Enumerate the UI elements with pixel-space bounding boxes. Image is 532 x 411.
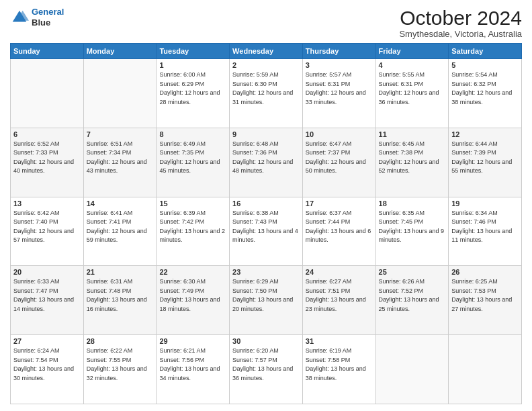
day-number: 27 [13,337,81,345]
calendar-cell: 25Sunrise: 6:26 AMSunset: 7:52 PMDayligh… [375,266,449,335]
calendar-header-thursday: Thursday [302,44,375,59]
day-number: 24 [306,268,373,276]
day-number: 15 [159,199,226,208]
day-info-line: Sunrise: 6:22 AM [87,347,154,356]
day-info-line: Sunset: 7:51 PM [306,287,373,296]
day-info-line: Sunset: 7:57 PM [232,356,300,365]
day-number: 18 [379,199,446,208]
calendar-cell: 12Sunrise: 6:44 AMSunset: 7:39 PMDayligh… [449,128,522,197]
calendar-cell: 26Sunrise: 6:25 AMSunset: 7:53 PMDayligh… [449,266,522,335]
calendar-header-sunday: Sunday [11,44,84,59]
day-info: Sunrise: 6:37 AMSunset: 7:44 PMDaylight:… [306,209,373,245]
day-info-line: Sunset: 7:33 PM [13,148,81,158]
day-info: Sunrise: 6:44 AMSunset: 7:39 PMDaylight:… [451,140,519,176]
calendar-cell: 2Sunrise: 5:59 AMSunset: 6:30 PMDaylight… [230,59,303,128]
day-number: 14 [87,199,154,208]
day-info-line: Daylight: 12 hours and 52 minutes. [379,158,446,176]
day-info: Sunrise: 6:42 AMSunset: 7:40 PMDaylight:… [13,209,81,245]
day-info-line: Sunrise: 6:44 AM [451,140,519,149]
day-info-line: Sunset: 6:31 PM [379,80,446,89]
day-info-line: Sunrise: 6:41 AM [87,209,154,218]
day-number: 5 [451,61,519,69]
day-info-line: Sunrise: 6:38 AM [232,209,300,218]
calendar-cell: 23Sunrise: 6:29 AMSunset: 7:50 PMDayligh… [230,266,303,335]
day-info-line: Sunrise: 6:47 AM [306,140,373,149]
day-info-line: Sunrise: 6:26 AM [379,277,446,287]
day-number: 30 [232,337,300,345]
day-info-line: Sunrise: 6:29 AM [232,277,300,287]
day-number: 19 [451,199,519,208]
day-number: 11 [379,130,446,138]
day-info-line: Daylight: 13 hours and 6 minutes. [306,227,373,245]
day-info-line: Sunset: 6:29 PM [159,80,226,89]
header: General Blue October 2024 Smythesdale, V… [10,7,522,39]
calendar-cell [375,335,449,404]
day-number: 29 [159,337,226,345]
day-info: Sunrise: 6:21 AMSunset: 7:56 PMDaylight:… [159,347,226,383]
calendar-cell: 15Sunrise: 6:39 AMSunset: 7:42 PMDayligh… [157,197,230,266]
day-info: Sunrise: 6:29 AMSunset: 7:50 PMDaylight:… [232,277,300,314]
day-info-line: Sunrise: 6:24 AM [13,347,81,356]
day-info: Sunrise: 6:24 AMSunset: 7:54 PMDaylight:… [13,347,81,383]
day-info: Sunrise: 6:38 AMSunset: 7:43 PMDaylight:… [232,209,300,245]
calendar-cell: 5Sunrise: 5:54 AMSunset: 6:32 PMDaylight… [449,59,522,128]
day-info-line: Daylight: 12 hours and 28 minutes. [159,89,226,107]
day-info: Sunrise: 5:57 AMSunset: 6:31 PMDaylight:… [306,71,373,107]
day-info-line: Sunset: 7:48 PM [87,287,154,296]
day-info-line: Sunset: 6:32 PM [451,80,519,89]
logo: General Blue [10,7,64,28]
day-info: Sunrise: 6:19 AMSunset: 7:58 PMDaylight:… [306,347,373,383]
day-info: Sunrise: 6:22 AMSunset: 7:55 PMDaylight:… [87,347,154,383]
day-info-line: Sunset: 7:40 PM [13,218,81,227]
calendar-header-tuesday: Tuesday [157,44,230,59]
calendar-cell: 24Sunrise: 6:27 AMSunset: 7:51 PMDayligh… [302,266,375,335]
calendar-header-wednesday: Wednesday [230,44,303,59]
day-info-line: Daylight: 12 hours and 55 minutes. [451,158,519,176]
logo-line1: General [32,7,64,17]
day-info: Sunrise: 6:49 AMSunset: 7:35 PMDaylight:… [159,140,226,176]
day-info: Sunrise: 6:35 AMSunset: 7:45 PMDaylight:… [379,209,446,245]
day-info: Sunrise: 6:26 AMSunset: 7:52 PMDaylight:… [379,277,446,314]
calendar-cell: 19Sunrise: 6:34 AMSunset: 7:46 PMDayligh… [449,197,522,266]
day-info-line: Sunrise: 6:21 AM [159,347,226,356]
day-info-line: Sunrise: 5:57 AM [306,71,373,80]
day-info-line: Sunset: 7:35 PM [159,148,226,158]
day-number: 16 [232,199,300,208]
day-number: 25 [379,268,446,276]
day-info: Sunrise: 6:25 AMSunset: 7:53 PMDaylight:… [451,277,519,314]
calendar-cell: 31Sunrise: 6:19 AMSunset: 7:58 PMDayligh… [302,335,375,404]
calendar-cell: 3Sunrise: 5:57 AMSunset: 6:31 PMDaylight… [302,59,375,128]
day-info: Sunrise: 6:33 AMSunset: 7:47 PMDaylight:… [13,277,81,314]
day-info: Sunrise: 6:31 AMSunset: 7:48 PMDaylight:… [87,277,154,314]
day-info-line: Daylight: 12 hours and 57 minutes. [13,227,81,245]
day-info-line: Daylight: 12 hours and 40 minutes. [13,158,81,176]
day-info-line: Sunrise: 6:33 AM [13,277,81,287]
day-number: 2 [232,61,300,69]
day-number: 6 [13,130,81,138]
day-number: 10 [306,130,373,138]
day-info: Sunrise: 5:54 AMSunset: 6:32 PMDaylight:… [451,71,519,107]
day-info: Sunrise: 6:34 AMSunset: 7:46 PMDaylight:… [451,209,519,245]
day-number: 4 [379,61,446,69]
day-info-line: Daylight: 13 hours and 18 minutes. [159,295,226,314]
day-info-line: Daylight: 12 hours and 45 minutes. [159,158,226,176]
day-info-line: Sunset: 7:42 PM [159,218,226,227]
calendar-cell: 16Sunrise: 6:38 AMSunset: 7:43 PMDayligh… [230,197,303,266]
day-info-line: Daylight: 13 hours and 20 minutes. [232,295,300,314]
day-info-line: Sunset: 6:30 PM [232,80,300,89]
day-info-line: Sunrise: 6:20 AM [232,347,300,356]
day-info-line: Sunrise: 6:49 AM [159,140,226,149]
calendar-cell: 21Sunrise: 6:31 AMSunset: 7:48 PMDayligh… [83,266,157,335]
day-info-line: Sunset: 7:38 PM [379,148,446,158]
page: General Blue October 2024 Smythesdale, V… [0,0,532,411]
calendar-header-row: SundayMondayTuesdayWednesdayThursdayFrid… [11,44,522,59]
calendar-header-friday: Friday [375,44,449,59]
calendar-week-row: 13Sunrise: 6:42 AMSunset: 7:40 PMDayligh… [11,197,522,266]
day-info-line: Sunset: 7:55 PM [87,356,154,365]
day-info-line: Sunrise: 6:19 AM [306,347,373,356]
day-number: 23 [232,268,300,276]
day-number: 12 [451,130,519,138]
day-info-line: Daylight: 12 hours and 59 minutes. [87,227,154,245]
day-info: Sunrise: 6:30 AMSunset: 7:49 PMDaylight:… [159,277,226,314]
day-info-line: Sunrise: 5:55 AM [379,71,446,80]
